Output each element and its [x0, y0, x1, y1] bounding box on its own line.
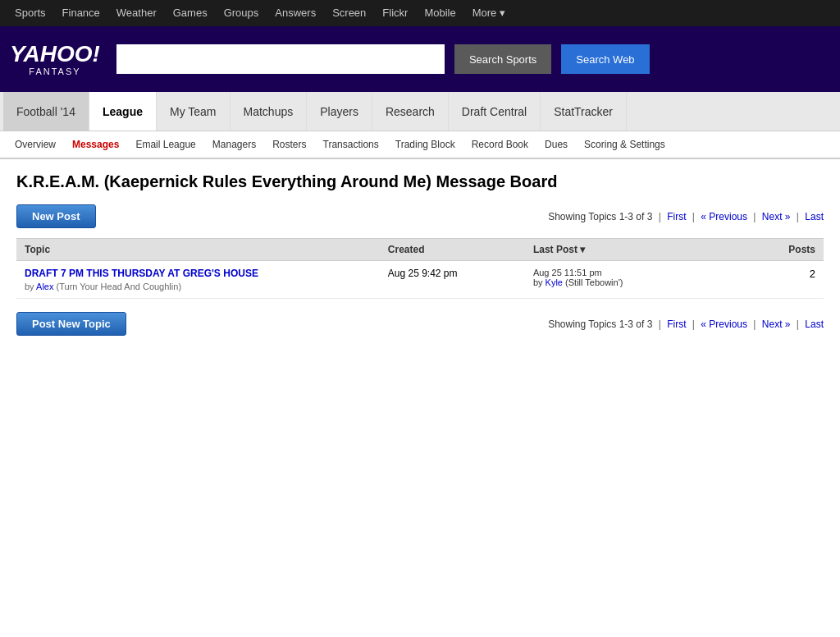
search-web-button[interactable]: Search Web	[561, 44, 649, 74]
sub-dues[interactable]: Dues	[536, 131, 576, 158]
last-link[interactable]: Last	[805, 211, 824, 222]
showing-text: Showing Topics 1-3 of 3	[548, 211, 652, 222]
nav-screen[interactable]: Screen	[324, 0, 374, 26]
topic-cell: DRAFT 7 PM THIS THURSDAY AT GREG'S HOUSE…	[16, 261, 380, 299]
yahoo-logo-main: YAHOO!	[10, 41, 100, 66]
sub-trading[interactable]: Trading Block	[387, 131, 463, 158]
table-row: DRAFT 7 PM THIS THURSDAY AT GREG'S HOUSE…	[16, 261, 824, 299]
nav-draftcentral[interactable]: Draft Central	[449, 92, 541, 131]
nav-flickr[interactable]: Flickr	[374, 0, 416, 26]
last-post-author-link[interactable]: Kyle	[546, 277, 563, 287]
nav-sports[interactable]: Sports	[7, 0, 54, 26]
top-navigation: Sports Finance Weather Games Groups Answ…	[0, 0, 840, 26]
new-post-button[interactable]: New Post	[16, 204, 96, 228]
sub-navigation: Overview Messages Email League Managers …	[0, 131, 840, 159]
bottom-showing-text: Showing Topics 1-3 of 3	[548, 318, 652, 330]
last-post-team: Still Tebowin'	[568, 277, 620, 287]
nav-players[interactable]: Players	[307, 92, 372, 131]
nav-matchups[interactable]: Matchups	[231, 92, 308, 131]
nav-football14[interactable]: Football '14	[3, 92, 89, 131]
main-content: K.R.E.A.M. (Kaepernick Rules Everything …	[0, 159, 840, 349]
sub-overview[interactable]: Overview	[7, 131, 64, 158]
posts-cell: 2	[751, 261, 824, 299]
bottom-pagination: Showing Topics 1-3 of 3 | First | « Prev…	[548, 318, 824, 330]
nav-league[interactable]: League	[89, 92, 157, 131]
col-topic: Topic	[16, 239, 380, 261]
bottom-first-link[interactable]: First	[667, 318, 686, 330]
topic-link[interactable]: DRAFT 7 PM THIS THURSDAY AT GREG'S HOUSE	[25, 268, 258, 279]
nav-groups[interactable]: Groups	[216, 0, 267, 26]
topic-author-link[interactable]: Alex	[36, 282, 53, 291]
col-posts: Posts	[751, 239, 824, 261]
bottom-last-link[interactable]: Last	[805, 318, 824, 330]
last-post-cell: Aug 25 11:51 pm by Kyle (Still Tebowin')	[525, 261, 751, 299]
bottom-next-link[interactable]: Next »	[762, 318, 791, 330]
col-created: Created	[380, 239, 525, 261]
nav-weather[interactable]: Weather	[108, 0, 165, 26]
sub-rosters[interactable]: Rosters	[264, 131, 314, 158]
yahoo-logo-sub: FANTASY	[10, 67, 100, 76]
sub-email[interactable]: Email League	[127, 131, 203, 158]
nav-stattracker[interactable]: StatTracker	[541, 92, 627, 131]
bottom-action-bar: Post New Topic Showing Topics 1-3 of 3 |…	[16, 312, 824, 336]
nav-finance[interactable]: Finance	[54, 0, 108, 26]
sub-scoring[interactable]: Scoring & Settings	[576, 131, 673, 158]
sub-transactions[interactable]: Transactions	[315, 131, 387, 158]
col-lastpost[interactable]: Last Post ▾	[525, 239, 751, 261]
bottom-previous-link[interactable]: « Previous	[701, 318, 747, 330]
board-title: K.R.E.A.M. (Kaepernick Rules Everything …	[16, 172, 824, 191]
top-action-bar: New Post Showing Topics 1-3 of 3 | First…	[16, 204, 824, 228]
sub-managers[interactable]: Managers	[204, 131, 264, 158]
first-link[interactable]: First	[667, 211, 686, 222]
search-input[interactable]	[116, 44, 445, 74]
search-sports-button[interactable]: Search Sports	[454, 44, 551, 74]
nav-myteam[interactable]: My Team	[157, 92, 231, 131]
next-link[interactable]: Next »	[762, 211, 791, 222]
created-cell: Aug 25 9:42 pm	[380, 261, 525, 299]
nav-mobile[interactable]: Mobile	[416, 0, 463, 26]
previous-link[interactable]: « Previous	[701, 211, 747, 222]
sub-records[interactable]: Record Book	[463, 131, 536, 158]
top-pagination: Showing Topics 1-3 of 3 | First | « Prev…	[548, 211, 824, 222]
post-new-topic-button[interactable]: Post New Topic	[16, 312, 126, 336]
nav-answers[interactable]: Answers	[267, 0, 324, 26]
nav-research[interactable]: Research	[372, 92, 449, 131]
topic-meta: by Alex (Turn Your Head And Coughlin)	[25, 282, 372, 291]
nav-more[interactable]: More ▾	[464, 0, 514, 26]
message-table: Topic Created Last Post ▾ Posts DRAFT 7 …	[16, 238, 824, 299]
yahoo-logo: YAHOO! FANTASY	[10, 43, 100, 76]
sub-messages[interactable]: Messages	[64, 131, 127, 158]
topic-team: Turn Your Head And Coughlin	[59, 282, 178, 291]
nav-games[interactable]: Games	[165, 0, 216, 26]
second-navigation: Football '14 League My Team Matchups Pla…	[0, 92, 840, 131]
header-bar: YAHOO! FANTASY Search Sports Search Web	[0, 26, 840, 92]
